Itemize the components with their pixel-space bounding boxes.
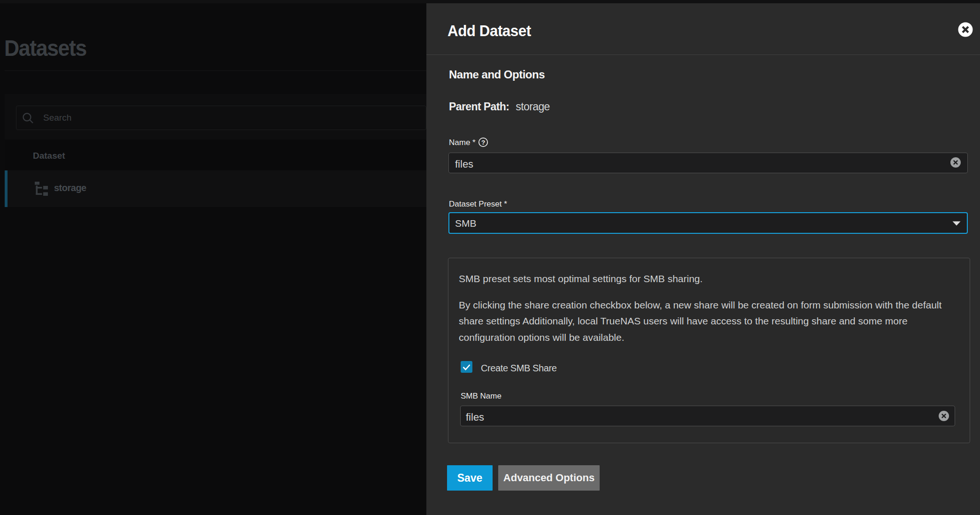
svg-text:?: ? — [481, 139, 485, 146]
